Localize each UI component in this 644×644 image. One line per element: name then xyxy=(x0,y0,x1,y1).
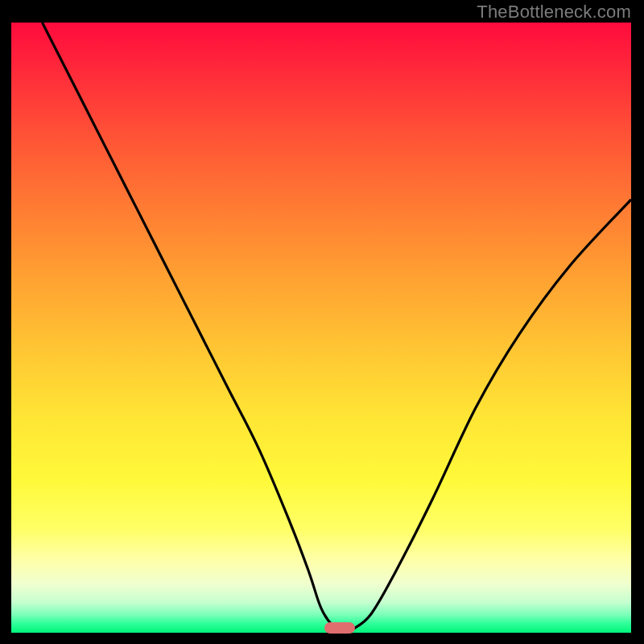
curve-path xyxy=(43,23,632,633)
attribution-text: TheBottleneck.com xyxy=(477,2,631,23)
chart-frame: TheBottleneck.com xyxy=(0,0,644,644)
optimal-point-marker xyxy=(324,622,355,634)
plot-area xyxy=(11,23,631,633)
bottleneck-curve xyxy=(11,23,631,633)
